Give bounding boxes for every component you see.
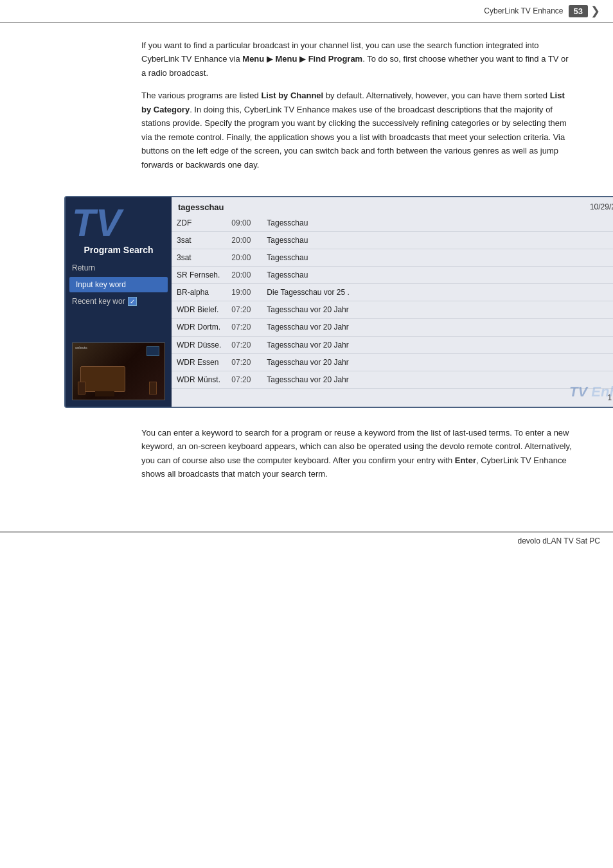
time-cell: 07:20 — [226, 301, 262, 319]
program-cell: Die Tagesschau vor 25 . — [262, 284, 613, 301]
table-row[interactable]: 3sat 20:00 Tagesschau — [172, 231, 613, 249]
channel-cell: WDR Essen — [172, 353, 226, 371]
table-row[interactable]: ZDF 09:00 Tagesschau — [172, 215, 613, 232]
channel-cell: 3sat — [172, 249, 226, 267]
channel-cell: WDR Bielef. — [172, 301, 226, 319]
program-cell: Tagesschau — [262, 249, 613, 267]
bottom-bar: devolo dLAN TV Sat PC — [0, 531, 613, 549]
tv-content-footer: 1 of 69 ▼ ▲ — [172, 389, 613, 407]
menu-item-return[interactable]: Return — [66, 260, 172, 276]
paragraph-1: If you want to find a particular broadca… — [141, 39, 574, 80]
table-row[interactable]: WDR Münst. 07:20 Tagesschau vor 20 Jahr — [172, 371, 613, 388]
tv-ui-screenshot: TV Program Search Return Input key word … — [64, 196, 613, 408]
page-chevron-icon: ❯ — [591, 4, 600, 18]
results-table: ZDF 09:00 Tagesschau 3sat 20:00 Tagessch… — [172, 215, 613, 389]
app-name-label: CyberLink TV Enhance — [484, 6, 563, 15]
program-cell: Tagesschau vor 20 Jahr — [262, 319, 613, 336]
channel-cell: WDR Düsse. — [172, 336, 226, 353]
menu-item-input-keyword[interactable]: Input key word — [69, 277, 168, 292]
datetime-display: 10/29/2008 8:48:19 AM — [590, 202, 613, 211]
table-row[interactable]: WDR Düsse. 07:20 Tagesschau vor 20 Jahr — [172, 336, 613, 353]
time-cell: 20:00 — [226, 249, 262, 267]
time-cell: 20:00 — [226, 231, 262, 249]
time-cell: 07:20 — [226, 353, 262, 371]
search-keyword: tagesschau — [178, 202, 224, 212]
time-cell: 07:20 — [226, 336, 262, 353]
time-cell: 20:00 — [226, 267, 262, 284]
program-cell: Tagesschau — [262, 215, 613, 232]
sidebar-title: Program Search — [66, 242, 172, 260]
channel-cell: BR-alpha — [172, 284, 226, 301]
thumbnail-overlay: selects — [75, 346, 87, 350]
table-row[interactable]: SR Fernseh. 20:00 Tagesschau — [172, 267, 613, 284]
time-cell: 07:20 — [226, 371, 262, 388]
table-row[interactable]: WDR Bielef. 07:20 Tagesschau vor 20 Jahr — [172, 301, 613, 319]
caption-paragraph: You can enter a keyword to search for a … — [141, 426, 574, 481]
channel-cell: WDR Dortm. — [172, 319, 226, 336]
program-cell: Tagesschau — [262, 267, 613, 284]
channel-cell: 3sat — [172, 231, 226, 249]
tv-content-header: tagesschau 10/29/2008 8:48:19 AM — [172, 197, 613, 215]
menu-item-recent-keyword[interactable]: Recent key wor ✓ — [66, 294, 172, 309]
footer-label: devolo dLAN TV Sat PC — [517, 536, 600, 545]
tv-thumbnail: selects — [72, 342, 165, 400]
program-cell: Tagesschau vor 20 Jahr — [262, 336, 613, 353]
channel-cell: WDR Münst. — [172, 371, 226, 388]
table-row[interactable]: 3sat 20:00 Tagesschau — [172, 249, 613, 267]
table-row[interactable]: WDR Essen 07:20 Tagesschau vor 20 Jahr — [172, 353, 613, 371]
table-row[interactable]: WDR Dortm. 07:20 Tagesschau vor 20 Jahr — [172, 319, 613, 336]
tv-logo: TV — [66, 197, 172, 242]
channel-cell: SR Fernseh. — [172, 267, 226, 284]
paragraph-2: The various programs are listed List by … — [141, 89, 574, 172]
tv-content: tagesschau 10/29/2008 8:48:19 AM ZDF 09:… — [172, 197, 613, 407]
caption-section: You can enter a keyword to search for a … — [0, 420, 613, 506]
program-cell: Tagesschau vor 20 Jahr — [262, 371, 613, 388]
pagination-text: 1 of 69 — [608, 393, 613, 402]
time-cell: 07:20 — [226, 319, 262, 336]
checkbox-icon: ✓ — [128, 297, 137, 306]
program-cell: Tagesschau vor 20 Jahr — [262, 301, 613, 319]
table-row[interactable]: BR-alpha 19:00 Die Tagesschau vor 25 . — [172, 284, 613, 301]
tv-sidebar: TV Program Search Return Input key word … — [66, 197, 172, 407]
program-cell: Tagesschau — [262, 231, 613, 249]
page-number: 53 — [569, 5, 588, 17]
time-cell: 09:00 — [226, 215, 262, 232]
channel-cell: ZDF — [172, 215, 226, 232]
program-cell: Tagesschau vor 20 Jahr — [262, 353, 613, 371]
time-cell: 19:00 — [226, 284, 262, 301]
top-bar: CyberLink TV Enhance 53 ❯ — [0, 0, 613, 23]
main-content: If you want to find a particular broadca… — [0, 23, 613, 196]
